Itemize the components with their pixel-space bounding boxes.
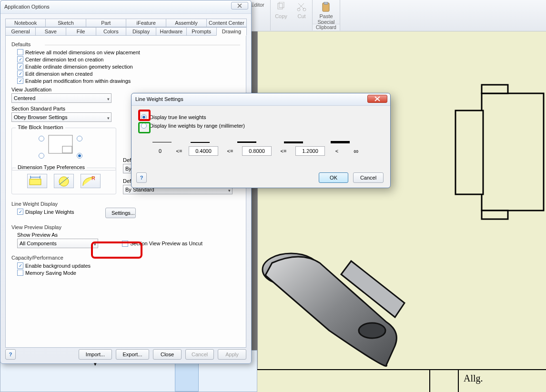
tab-content-center[interactable]: Content Center [206, 19, 247, 27]
close-icon [232, 2, 248, 9]
view-justification-label: View Justification [11, 87, 240, 92]
chk-partmod[interactable] [17, 78, 23, 84]
range-field-2[interactable]: 0.8000 [242, 146, 272, 156]
chk-ordinate[interactable] [17, 63, 23, 70]
cut-button[interactable]: Cut [292, 0, 311, 23]
import-button[interactable]: Import... ▾ [79, 349, 112, 360]
tab-drawing[interactable]: Drawing [216, 27, 247, 36]
lw-title: Line Weight Settings [135, 96, 183, 102]
titleblock-bottom: Allg. [220, 369, 546, 392]
tab-general[interactable]: General [5, 27, 36, 36]
paste-special-button[interactable]: Paste Special [313, 0, 339, 23]
dialog-titlebar[interactable]: Application Options [0, 0, 251, 14]
chk-display-lw[interactable] [17, 209, 23, 215]
svg-rect-9 [482, 211, 508, 219]
range-field-1[interactable]: 0.4000 [189, 146, 218, 156]
svg-point-3 [303, 8, 306, 11]
svg-point-11 [359, 323, 385, 338]
tab-ifeature[interactable]: iFeature [126, 19, 166, 27]
dialog-title: Application Options [4, 4, 50, 10]
paste-icon [321, 2, 332, 12]
section-std-combo[interactable]: Obey Browser Settings [11, 112, 111, 122]
radio-range-weights[interactable] [141, 123, 147, 129]
chk-retrieve[interactable] [17, 49, 23, 55]
titleblock-radio-tl[interactable] [39, 136, 44, 141]
tab-hardware[interactable]: Hardware [156, 27, 186, 36]
dimtype-linear-icon[interactable] [27, 174, 47, 188]
tab-colors[interactable]: Colors [96, 27, 126, 36]
export-button[interactable]: Export... [116, 349, 149, 360]
tab-row-2: General Save File Colors Display Hardwar… [5, 27, 246, 36]
chk-bg-updates[interactable] [17, 262, 23, 269]
tab-display[interactable]: Display [126, 27, 156, 36]
dimtype-radius-icon[interactable]: R [81, 174, 101, 188]
svg-rect-12 [49, 135, 72, 153]
titleblock-radio-br[interactable] [77, 153, 82, 159]
settings-button[interactable]: Settings... [105, 208, 136, 218]
tab-save[interactable]: Save [35, 27, 66, 36]
svg-rect-14 [30, 179, 41, 185]
tab-body-drawing: Defaults Retrieve all model dimensions o… [5, 36, 246, 348]
lw-help-button[interactable]: ? [136, 172, 147, 183]
close-icon [368, 95, 387, 102]
clipboard-group-label: Clipboard [313, 24, 340, 30]
tab-file[interactable]: File [66, 27, 96, 36]
drawing-canvas[interactable]: Allg. [257, 31, 546, 392]
lw-titlebar[interactable]: Line Weight Settings [131, 93, 390, 106]
titleblock-radio-bl[interactable] [39, 153, 44, 159]
show-preview-as-label: Show Preview As [17, 232, 240, 238]
view-preview-title: View Preview Display [11, 224, 240, 230]
lw-ok-button[interactable]: OK [319, 172, 348, 183]
chk-editdim[interactable] [17, 70, 23, 77]
svg-rect-6 [482, 93, 544, 211]
tab-assembly[interactable]: Assembly [166, 19, 206, 27]
radio-true-weights[interactable] [141, 114, 147, 120]
svg-text:R: R [91, 175, 95, 181]
close-button[interactable] [231, 2, 248, 10]
cancel-button-footer[interactable]: Cancel [185, 349, 214, 360]
chk-center[interactable] [17, 56, 23, 62]
view-justification-combo[interactable]: Centered [11, 93, 111, 103]
range-field-3[interactable]: 1.2000 [295, 146, 325, 156]
close-button-footer[interactable]: Close [153, 349, 182, 360]
copy-icon [276, 2, 286, 11]
titleblock-radio-tr[interactable] [77, 136, 82, 141]
chk-memsave[interactable] [17, 270, 23, 276]
capacity-title: Capacity/Performance [11, 255, 240, 261]
tab-notebook[interactable]: Notebook [5, 19, 46, 27]
copy-button[interactable]: Copy [272, 0, 291, 23]
apply-button[interactable]: Apply [218, 349, 246, 360]
lw-display-title: Line Weight Display [11, 201, 240, 207]
svg-rect-1 [279, 2, 284, 8]
editor-label: Editor [251, 2, 264, 8]
titleblock-text: Allg. [458, 370, 546, 392]
svg-rect-7 [455, 111, 483, 194]
svg-rect-5 [324, 2, 328, 4]
svg-rect-0 [278, 3, 283, 9]
defaults-title: Defaults [11, 41, 240, 47]
lw-close-button[interactable] [367, 95, 387, 103]
cut-icon [297, 2, 306, 11]
help-button[interactable]: ? [5, 349, 16, 360]
titleblock-icon [48, 135, 73, 154]
lw-cancel-button[interactable]: Cancel [353, 172, 384, 183]
cad-part-bolt [243, 222, 444, 392]
tab-row-1: Notebook Sketch Part iFeature Assembly C… [5, 19, 246, 27]
dimtype-diameter-icon[interactable] [54, 174, 74, 188]
dimtype-group: Dimension Type Preferences R [11, 168, 116, 194]
chk-section-uncut[interactable] [122, 241, 128, 247]
line-weight-settings-dialog: Line Weight Settings Display true line w… [131, 93, 391, 188]
tab-sketch[interactable]: Sketch [45, 19, 86, 27]
show-preview-as-combo[interactable]: All Components [17, 239, 98, 248]
svg-rect-8 [482, 85, 508, 93]
tab-part[interactable]: Part [86, 19, 126, 27]
tab-prompts[interactable]: Prompts [186, 27, 217, 36]
